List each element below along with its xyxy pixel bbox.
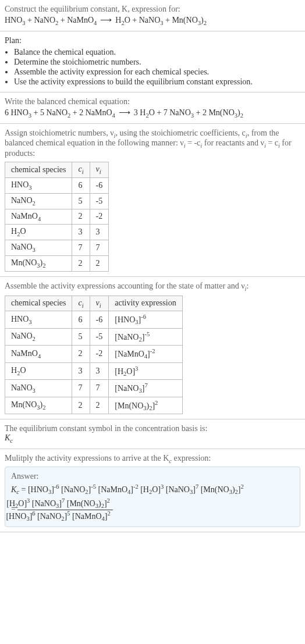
nui-cell: -5: [90, 193, 109, 209]
kc-fraction-line: = [H2O]3 [NaNO3]7 [Mn(NO3)2]2[HNO3]6 [Na…: [25, 497, 294, 522]
balanced-equation: 6 HNO3 + 5 NaNO2 + 2 NaMnO4⟶3 H2O + 7 Na…: [5, 108, 300, 119]
table-row: Mn(NO3)222[Mn(NO3)2]2: [5, 397, 183, 414]
ci-cell: 2: [72, 255, 90, 271]
intro-equation: HNO3 + NaNO2 + NaMnO4⟶H2O + NaNO3 + Mn(N…: [5, 15, 300, 26]
intro-prompt: Construct the equilibrium constant, K, e…: [5, 5, 300, 14]
final-section: Mulitply the activity expressions to arr…: [0, 449, 305, 532]
stoich-section: Assign stoichiometric numbers, νi, using…: [0, 124, 305, 277]
ci-cell: 2: [72, 346, 90, 362]
ci-cell: 5: [72, 193, 90, 209]
plan-section: Plan: Balance the chemical equation.Dete…: [0, 31, 305, 92]
col-nui: νi: [90, 162, 109, 178]
nui-cell: -6: [90, 177, 109, 193]
table-row: NaMnO42-2[NaMnO4]-2: [5, 346, 183, 362]
ci-cell: 2: [72, 209, 90, 225]
answer-box: Answer: Kc = [HNO3]-6 [NaNO2]-5 [NaMnO4]…: [5, 467, 300, 527]
final-heading: Mulitply the activity expressions to arr…: [5, 454, 300, 464]
activity-cell: [NaNO2]-5: [109, 328, 182, 345]
table-row: H2O33[H2O]3: [5, 362, 183, 379]
nui-cell: -2: [90, 346, 109, 362]
species-cell: NaNO3: [5, 240, 72, 256]
symbol-line: The equilibrium constant symbol in the c…: [5, 424, 300, 433]
table-row: H2O33: [5, 225, 109, 240]
symbol-kc: Kc: [5, 433, 300, 444]
table-row: NaNO25-5: [5, 193, 109, 209]
col-species: chemical species: [5, 296, 72, 311]
nui-cell: -6: [90, 311, 109, 328]
activity-cell: [NaNO3]7: [109, 380, 182, 397]
species-cell: NaNO2: [5, 193, 72, 209]
ci-cell: 5: [72, 328, 90, 345]
species-cell: NaNO3: [5, 380, 72, 397]
col-species: chemical species: [5, 162, 72, 178]
ci-cell: 3: [72, 225, 90, 240]
symbol-section: The equilibrium constant symbol in the c…: [0, 419, 305, 449]
ci-cell: 6: [72, 177, 90, 193]
plan-item: Determine the stoichiometric numbers.: [14, 58, 300, 67]
plan-list: Balance the chemical equation.Determine …: [5, 48, 300, 87]
nui-cell: -5: [90, 328, 109, 345]
col-nui: νi: [90, 296, 109, 311]
plan-heading: Plan:: [5, 36, 300, 45]
species-cell: HNO3: [5, 177, 72, 193]
activity-table: chemical speciesciνiactivity expressionH…: [5, 296, 183, 415]
nui-cell: 7: [90, 240, 109, 256]
activity-cell: [HNO3]-6: [109, 311, 182, 328]
table-row: NaMnO42-2: [5, 209, 109, 225]
table-row: HNO36-6: [5, 177, 109, 193]
kc-product-line: Kc = [HNO3]-6 [NaNO2]-5 [NaMnO4]-2 [H2O]…: [25, 483, 294, 495]
ci-cell: 2: [72, 397, 90, 414]
species-cell: Mn(NO3)2: [5, 255, 72, 271]
activity-heading: Assemble the activity expressions accoun…: [5, 282, 300, 292]
plan-item: Assemble the activity expression for eac…: [14, 67, 300, 77]
activity-cell: [H2O]3: [109, 362, 182, 379]
nui-cell: 2: [90, 255, 109, 271]
species-cell: HNO3: [5, 311, 72, 328]
table-row: NaNO25-5[NaNO2]-5: [5, 328, 183, 345]
col-ci: ci: [72, 296, 90, 311]
table-row: NaNO377[NaNO3]7: [5, 380, 183, 397]
activity-cell: [Mn(NO3)2]2: [109, 397, 182, 414]
intro-section: Construct the equilibrium constant, K, e…: [0, 0, 305, 31]
col-ci: ci: [72, 162, 90, 178]
ci-cell: 6: [72, 311, 90, 328]
species-cell: NaMnO4: [5, 346, 72, 362]
stoich-table: chemical speciesciνiHNO36-6NaNO25-5NaMnO…: [5, 162, 109, 272]
activity-cell: [NaMnO4]-2: [109, 346, 182, 362]
table-row: Mn(NO3)222: [5, 255, 109, 271]
species-cell: H2O: [5, 225, 72, 240]
nui-cell: 3: [90, 362, 109, 379]
balanced-section: Write the balanced chemical equation: 6 …: [0, 92, 305, 124]
balanced-heading: Write the balanced chemical equation:: [5, 97, 300, 106]
ci-cell: 3: [72, 362, 90, 379]
ci-cell: 7: [72, 380, 90, 397]
nui-cell: 7: [90, 380, 109, 397]
plan-item: Use the activity expressions to build th…: [14, 77, 300, 87]
table-row: NaNO377: [5, 240, 109, 256]
answer-label: Answer:: [11, 472, 294, 481]
nui-cell: 3: [90, 225, 109, 240]
species-cell: Mn(NO3)2: [5, 397, 72, 414]
table-row: HNO36-6[HNO3]-6: [5, 311, 183, 328]
nui-cell: -2: [90, 209, 109, 225]
activity-section: Assemble the activity expressions accoun…: [0, 277, 305, 419]
ci-cell: 7: [72, 240, 90, 256]
species-cell: H2O: [5, 362, 72, 379]
species-cell: NaNO2: [5, 328, 72, 345]
nui-cell: 2: [90, 397, 109, 414]
col-activity: activity expression: [109, 296, 182, 311]
species-cell: NaMnO4: [5, 209, 72, 225]
plan-item: Balance the chemical equation.: [14, 48, 300, 57]
stoich-heading: Assign stoichiometric numbers, νi, using…: [5, 129, 300, 159]
